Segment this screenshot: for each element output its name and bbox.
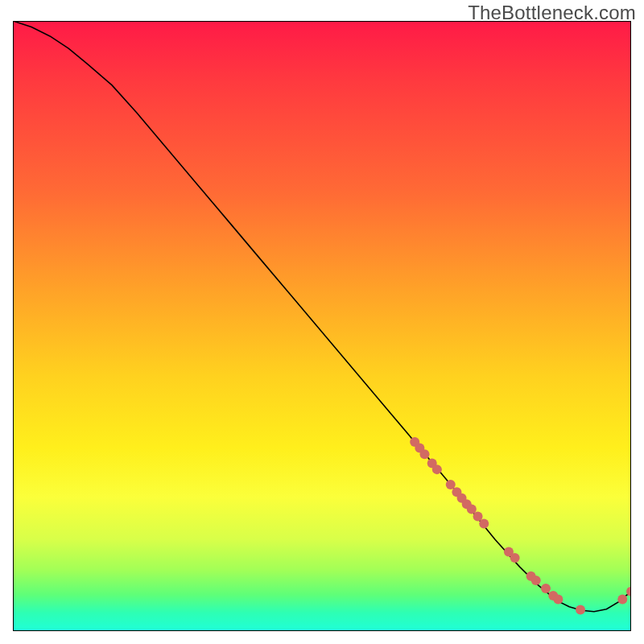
watermark-label: TheBottleneck.com <box>468 2 636 24</box>
chart-canvas: TheBottleneck.com <box>0 0 644 644</box>
plot-gradient-background <box>13 21 631 631</box>
